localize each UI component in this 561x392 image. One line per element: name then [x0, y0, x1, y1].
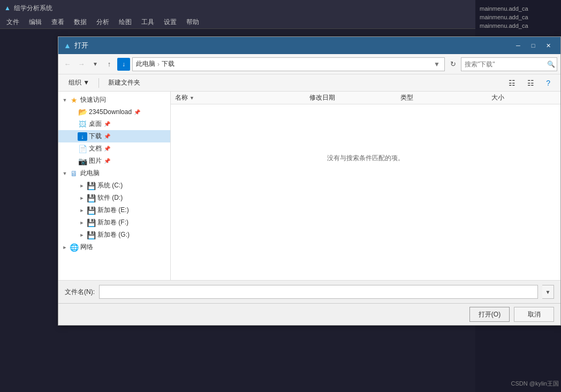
filename-input[interactable]: [99, 285, 538, 299]
sidebar-item-drive-e[interactable]: ► 💾 新加卷 (E:): [58, 204, 170, 216]
col-header-type[interactable]: 类型: [398, 92, 489, 104]
bg-app-title: 组学分析系统: [14, 4, 52, 13]
star-icon: ★: [69, 96, 79, 104]
forward-button[interactable]: →: [75, 58, 87, 70]
minimize-button[interactable]: ─: [511, 40, 525, 51]
address-dropdown-button[interactable]: ▼: [433, 58, 441, 71]
col-header-size[interactable]: 大小: [489, 92, 558, 104]
sidebar-item-2345download[interactable]: 📂 2345Download 📌: [58, 106, 170, 118]
address-bar[interactable]: 此电脑 › 下载 ▼: [132, 57, 445, 71]
empty-text: 没有与搜索条件匹配的项。: [327, 154, 404, 163]
menu-data[interactable]: 数据: [70, 17, 91, 28]
close-button[interactable]: ✕: [541, 40, 555, 51]
expand-icon: [69, 157, 78, 165]
window-controls: ─ □ ✕: [511, 40, 555, 51]
pin-icon: 📌: [104, 158, 110, 164]
bg-app-icon: ▲: [4, 4, 11, 12]
search-box[interactable]: 🔍: [461, 57, 557, 71]
open-button[interactable]: 打开(O): [469, 307, 510, 322]
cancel-button[interactable]: 取消: [514, 307, 554, 322]
expand-icon: ►: [60, 243, 69, 252]
back-button[interactable]: ←: [62, 58, 73, 70]
item-label: 新加卷 (E:): [97, 206, 129, 215]
expand-icon: ►: [78, 182, 86, 190]
view-details-button[interactable]: ☷: [504, 77, 520, 89]
col-date-label: 修改日期: [309, 93, 335, 102]
bg-titlebar: ▲ 组学分析系统: [0, 0, 482, 16]
menu-file[interactable]: 文件: [2, 17, 24, 28]
pin-icon: 📌: [104, 121, 110, 127]
drive-icon: 💾: [86, 218, 96, 227]
expand-icon: ▼: [60, 96, 69, 104]
expand-icon: ►: [78, 218, 86, 227]
item-label: 文档: [89, 144, 102, 153]
pictures-icon: 📷: [78, 157, 87, 165]
col-type-label: 类型: [400, 93, 413, 102]
menu-help[interactable]: 帮助: [182, 17, 203, 28]
up-button[interactable]: ↑: [103, 58, 115, 70]
new-folder-button[interactable]: 新建文件夹: [103, 77, 145, 89]
col-header-date[interactable]: 修改日期: [307, 92, 398, 104]
refresh-button[interactable]: ↻: [447, 58, 459, 70]
column-headers: 名称 ▼ 修改日期 类型 大小: [171, 92, 560, 104]
menu-settings[interactable]: 设置: [160, 17, 181, 28]
col-size-label: 大小: [491, 93, 504, 102]
expand-icon: [69, 132, 78, 141]
action-buttons-bar: 打开(O) 取消: [58, 303, 560, 325]
sidebar-item-pictures[interactable]: 📷 图片 📌: [58, 155, 170, 167]
this-pc-group[interactable]: ▼ 🖥 此电脑: [58, 167, 170, 179]
toolbar: 组织 ▼ 新建文件夹 ☷ ☷ ?: [58, 74, 560, 92]
sidebar-item-drive-d[interactable]: ► 💾 软件 (D:): [58, 192, 170, 204]
item-label: 2345Download: [89, 108, 132, 116]
breadcrumb-this-pc[interactable]: 此电脑: [136, 59, 155, 69]
maximize-button[interactable]: □: [526, 40, 540, 51]
pin-icon: 📌: [104, 146, 110, 152]
file-list[interactable]: 名称 ▼ 修改日期 类型 大小 没有与搜索条件匹配的项。: [171, 92, 560, 280]
item-label: 软件 (D:): [97, 193, 123, 202]
pc-icon: 🖥: [69, 169, 79, 178]
item-label: 系统 (C:): [97, 181, 123, 190]
network-group[interactable]: ► 🌐 网络: [58, 241, 170, 253]
right-menu-item-2: mainmenu.add_ca: [477, 13, 559, 21]
sidebar-item-downloads[interactable]: ↓ 下载 📌: [58, 130, 170, 142]
sidebar-item-drive-f[interactable]: ► 💾 新加卷 (F:): [58, 216, 170, 229]
recent-button[interactable]: ▼: [89, 58, 101, 70]
right-menu-item-1: mainmenu.add_ca: [477, 4, 559, 13]
menu-plot[interactable]: 绘图: [115, 17, 136, 28]
menu-analysis[interactable]: 分析: [92, 17, 113, 28]
dialog-title: 打开: [74, 41, 511, 50]
drive-icon: 💾: [86, 206, 96, 215]
drive-icon: 💾: [86, 194, 96, 202]
expand-icon: [69, 108, 78, 116]
watermark: CSDN @kylin王国: [511, 380, 559, 388]
doc-icon: 📄: [78, 145, 87, 153]
item-label: 图片: [89, 156, 102, 165]
quick-access-group[interactable]: ▼ ★ 快速访问: [58, 94, 170, 106]
right-menu-item-3: mainmenu.add_ca: [477, 21, 559, 30]
sidebar-item-desktop[interactable]: 🖼 桌面 📌: [58, 118, 170, 130]
sidebar-item-documents[interactable]: 📄 文档 📌: [58, 142, 170, 155]
col-header-name[interactable]: 名称 ▼: [173, 92, 307, 104]
search-icon: 🔍: [547, 61, 555, 68]
menu-tools[interactable]: 工具: [137, 17, 158, 28]
navigation-bar: ← → ▼ ↑ ↓ 此电脑 › 下载 ▼ ↻ 🔍: [58, 54, 560, 74]
filename-dropdown-button[interactable]: ▼: [542, 285, 554, 299]
menu-view[interactable]: 查看: [47, 17, 69, 28]
sidebar-item-drive-c[interactable]: ► 💾 系统 (C:): [58, 179, 170, 192]
filename-bar: 文件名(N): ▼: [58, 280, 560, 303]
search-input[interactable]: [465, 61, 545, 68]
col-name-label: 名称: [175, 93, 188, 102]
expand-icon: ▼: [60, 169, 69, 178]
menu-edit[interactable]: 编辑: [25, 17, 46, 28]
organize-button[interactable]: 组织 ▼: [64, 77, 94, 89]
file-open-dialog: ▲ 打开 ─ □ ✕ ← → ▼ ↑ ↓ 此电脑 › 下载 ▼ ↻: [58, 36, 561, 326]
empty-message: 没有与搜索条件匹配的项。: [171, 104, 560, 212]
help-button[interactable]: ?: [541, 77, 555, 89]
breadcrumb-downloads[interactable]: 下载: [162, 59, 175, 69]
item-label: 新加卷 (G:): [97, 230, 130, 239]
drive-icon: 💾: [86, 231, 96, 239]
item-label: 下载: [89, 132, 102, 141]
view-toggle-button[interactable]: ☷: [522, 77, 539, 89]
sidebar-item-drive-g[interactable]: ► 💾 新加卷 (G:): [58, 229, 170, 241]
expand-icon: ►: [78, 206, 86, 215]
